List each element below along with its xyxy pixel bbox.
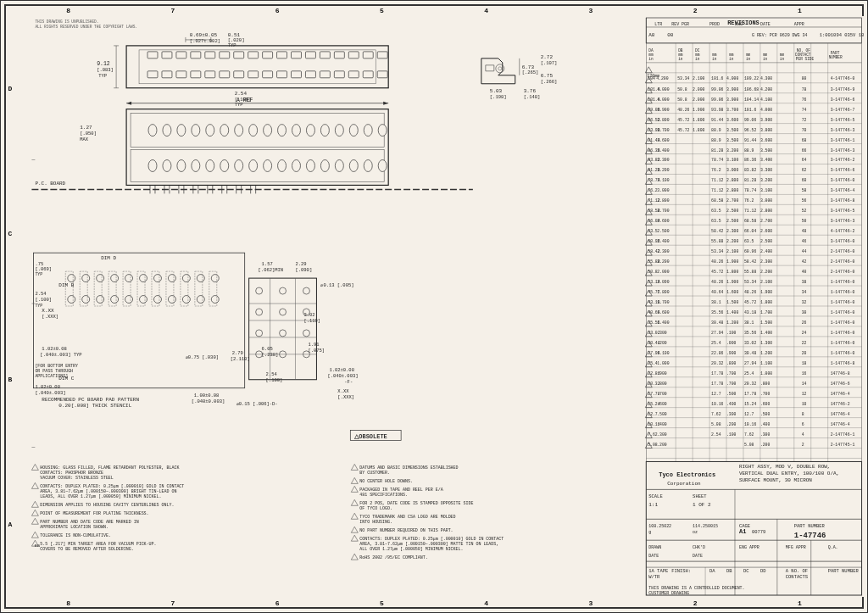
- svg-rect-21: [220, 52, 230, 59]
- svg-text:oz: oz: [693, 530, 698, 534]
- svg-text:RoHS 2002 /95/EC COMPLIANT.: RoHS 2002 /95/EC COMPLIANT.: [359, 555, 428, 560]
- svg-text:2-147745-1: 2-147745-1: [831, 443, 855, 447]
- svg-text:1.27: 1.27: [80, 125, 92, 131]
- svg-text:3.700: 3.700: [657, 128, 669, 132]
- svg-text:.200: .200: [760, 443, 771, 447]
- svg-text:[.027±.002]: [.027±.002]: [190, 38, 220, 44]
- svg-text:2.72: 2.72: [541, 54, 554, 60]
- svg-point-114: [364, 160, 372, 172]
- svg-point-227: [256, 287, 263, 294]
- svg-point-115: [378, 160, 387, 172]
- svg-point-233: [256, 330, 263, 337]
- svg-text:1.100: 1.100: [657, 351, 669, 355]
- svg-text:.800: .800: [726, 361, 737, 365]
- svg-text:91.44: 91.44: [711, 118, 723, 122]
- row-c-left: C: [8, 230, 13, 237]
- svg-text:60.96: 60.96: [744, 249, 756, 254]
- svg-text:NO PART NUMBER REQUIRED ON THI: NO PART NUMBER REQUIRED ON THIS PART.: [359, 528, 453, 532]
- svg-point-103: [206, 160, 214, 172]
- svg-text:0.20[.008] THICK STENCIL: 0.20[.008] THICK STENCIL: [58, 403, 131, 409]
- svg-point-109: [292, 160, 301, 172]
- svg-rect-168: [80, 271, 87, 306]
- svg-text:2.200: 2.200: [726, 239, 738, 243]
- svg-text:78: 78: [802, 87, 807, 92]
- svg-rect-26: [292, 52, 302, 59]
- svg-text:[.119]: [.119]: [303, 318, 320, 324]
- svg-text:TYP: TYP: [228, 42, 236, 48]
- svg-text:4.300: 4.300: [760, 76, 772, 81]
- svg-text:5.08: 5.08: [711, 422, 721, 426]
- svg-text:22: 22: [802, 341, 807, 345]
- svg-text:2.79: 2.79: [232, 350, 243, 356]
- svg-point-108: [278, 160, 287, 172]
- svg-text:48: 48: [802, 229, 807, 233]
- svg-text:2.500: 2.500: [726, 209, 738, 213]
- svg-text:00: 00: [667, 32, 674, 38]
- svg-text:101.6: 101.6: [711, 76, 723, 81]
- svg-text:.400: .400: [760, 422, 771, 426]
- col-bottom-2: 2: [693, 599, 698, 607]
- svg-text:71.12: 71.12: [711, 188, 723, 192]
- svg-text:[.XXX]: [.XXX]: [42, 314, 58, 320]
- svg-text:4.000: 4.000: [657, 87, 669, 92]
- svg-rect-31: [363, 52, 373, 59]
- svg-text:60: 60: [802, 178, 807, 182]
- svg-text:2.700: 2.700: [657, 209, 669, 213]
- svg-text:25.4: 25.4: [711, 341, 721, 345]
- svg-text:2.200: 2.200: [760, 270, 772, 274]
- svg-text:1.91: 1.91: [308, 342, 320, 348]
- svg-text:50.8: 50.8: [677, 87, 687, 92]
- svg-text:2.600: 2.600: [760, 229, 772, 233]
- svg-text:3-147746-7: 3-147746-7: [831, 108, 855, 112]
- svg-text:1.800: 1.800: [693, 128, 704, 132]
- svg-text:74: 74: [802, 108, 807, 112]
- svg-text:TYP: TYP: [98, 73, 107, 79]
- svg-text:[.040±0.003]: [.040±0.003]: [192, 398, 225, 404]
- svg-point-112: [335, 160, 343, 172]
- svg-text:DIMENSION APPLIES TO HOUSING C: DIMENSION APPLIES TO HOUSING CAVITY CENT…: [40, 503, 174, 507]
- svg-text:OR PASS THROUGH: OR PASS THROUGH: [35, 369, 73, 373]
- svg-point-154: [197, 275, 204, 282]
- svg-point-155: [211, 275, 219, 282]
- svg-text:1.400: 1.400: [657, 320, 669, 325]
- svg-text:3.900: 3.900: [726, 87, 738, 92]
- svg-text:.800: .800: [760, 382, 771, 386]
- svg-text:3-147746-3: 3-147746-3: [831, 219, 855, 223]
- svg-text:3.000: 3.000: [657, 188, 669, 192]
- svg-text:DA: DA: [709, 568, 715, 574]
- svg-text:147746-8: 147746-8: [831, 371, 850, 376]
- svg-text:3.400: 3.400: [760, 158, 772, 162]
- svg-text:VACUUM COVER: STAINLESS STEEL: VACUUM COVER: STAINLESS STEEL: [40, 476, 113, 480]
- svg-text:5.5 [.217] MIN TARGET AREA FOR: 5.5 [.217] MIN TARGET AREA FOR VACUUM PI…: [40, 542, 156, 546]
- svg-text:81.28: 81.28: [744, 178, 756, 182]
- svg-text:3.600: 3.600: [657, 138, 669, 142]
- svg-text:42: 42: [802, 259, 807, 264]
- svg-text:35.56: 35.56: [744, 331, 756, 335]
- svg-point-153: [182, 275, 190, 282]
- svg-text:99.06: 99.06: [711, 98, 723, 102]
- svg-point-157: [82, 296, 90, 304]
- svg-text:48.26: 48.26: [744, 290, 756, 294]
- svg-text:.600: .600: [760, 402, 771, 406]
- svg-text:[.069]: [.069]: [35, 266, 52, 272]
- svg-text:2-147746-1: 2-147746-1: [831, 432, 855, 437]
- svg-rect-34: [162, 71, 172, 78]
- svg-text:2.54: 2.54: [35, 291, 46, 297]
- svg-marker-746: [351, 527, 358, 532]
- svg-text:63.5: 63.5: [744, 239, 754, 243]
- svg-text:.600: .600: [657, 402, 667, 406]
- svg-marker-740: [351, 499, 358, 505]
- svg-text:71.12: 71.12: [711, 178, 723, 182]
- svg-text:1-147746-0: 1-147746-0: [831, 351, 855, 355]
- svg-text:2.090: 2.090: [657, 280, 669, 284]
- svg-point-161: [140, 296, 147, 304]
- svg-rect-17: [162, 52, 172, 59]
- svg-text:.700: .700: [657, 392, 667, 396]
- svg-point-163: [168, 296, 175, 304]
- svg-text:in: in: [729, 57, 734, 61]
- svg-text:2.500: 2.500: [760, 239, 772, 243]
- svg-rect-29: [334, 52, 344, 59]
- svg-text:1.200: 1.200: [760, 351, 772, 355]
- technical-drawing-svg: REVISIONS LTR REV PGR PROD DWG DATE APPR…: [16, 16, 864, 597]
- svg-text:1:001094 035V 10: 1:001094 035V 10: [820, 32, 864, 38]
